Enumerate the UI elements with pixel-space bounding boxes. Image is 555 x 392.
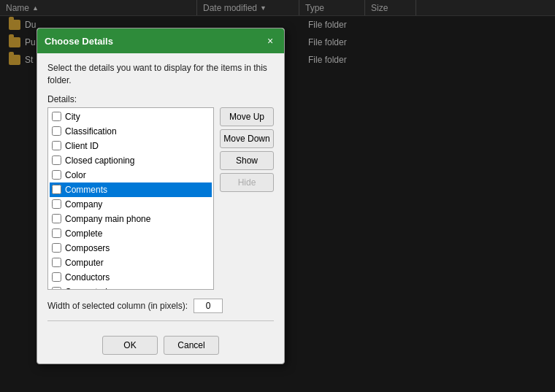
- list-item-checkbox[interactable]: [52, 185, 61, 194]
- ok-button[interactable]: OK: [102, 336, 158, 355]
- show-button[interactable]: Show: [220, 151, 274, 170]
- pixel-width-row: Width of selected column (in pixels):: [47, 299, 274, 313]
- list-item[interactable]: Connected: [50, 285, 212, 290]
- list-item[interactable]: Comments: [50, 182, 212, 197]
- list-item-checkbox[interactable]: [52, 199, 61, 209]
- dialog-title: Choose Details: [45, 36, 113, 47]
- list-item-label: Computer: [65, 258, 104, 268]
- list-item-label: Classification: [65, 126, 117, 137]
- list-item-label: City: [65, 112, 80, 122]
- list-item[interactable]: Company main phone: [50, 212, 212, 226]
- list-item-label: Conductors: [65, 272, 110, 283]
- list-item-label: Client ID: [65, 141, 99, 151]
- list-item[interactable]: City: [50, 109, 212, 124]
- list-item-checkbox[interactable]: [52, 214, 61, 223]
- details-section-label: Details:: [47, 94, 274, 104]
- list-item-label: Connected: [65, 287, 107, 290]
- list-item[interactable]: Company: [50, 197, 212, 212]
- dialog-footer: OK Cancel: [37, 336, 284, 364]
- pixel-label: Width of selected column (in pixels):: [47, 301, 188, 311]
- list-item-label: Closed captioning: [65, 155, 134, 166]
- list-item-checkbox[interactable]: [52, 228, 61, 238]
- list-item-checkbox[interactable]: [52, 155, 61, 165]
- dialog-content-row: CityClassificationClient IDClosed captio…: [47, 107, 274, 290]
- dialog-description: Select the details you want to display f…: [47, 62, 274, 87]
- list-item-label: Company main phone: [65, 214, 150, 224]
- list-item-label: Color: [65, 170, 86, 180]
- close-button[interactable]: ×: [264, 34, 277, 47]
- cancel-button[interactable]: Cancel: [164, 336, 219, 355]
- list-item[interactable]: Color: [50, 168, 212, 182]
- list-item[interactable]: Classification: [50, 124, 212, 139]
- list-item-checkbox[interactable]: [52, 272, 61, 282]
- list-item-checkbox[interactable]: [52, 258, 61, 267]
- list-item-checkbox[interactable]: [52, 141, 61, 150]
- list-item-checkbox[interactable]: [52, 287, 61, 290]
- dialog-body: Select the details you want to display f…: [37, 53, 284, 336]
- list-item-checkbox[interactable]: [52, 170, 61, 180]
- list-item-label: Company: [65, 199, 102, 210]
- choose-details-dialog: Choose Details × Select the details you …: [37, 28, 285, 364]
- list-item[interactable]: Closed captioning: [50, 153, 212, 168]
- list-item-checkbox[interactable]: [52, 126, 61, 136]
- list-item[interactable]: Composers: [50, 241, 212, 255]
- pixel-width-input[interactable]: [194, 299, 223, 313]
- dialog-titlebar: Choose Details ×: [37, 28, 284, 53]
- list-item-label: Comments: [65, 185, 107, 195]
- list-item-checkbox[interactable]: [52, 112, 61, 121]
- move-up-button[interactable]: Move Up: [220, 107, 274, 126]
- action-buttons-column: Move Up Move Down Show Hide: [220, 107, 274, 290]
- list-item[interactable]: Computer: [50, 255, 212, 270]
- list-item[interactable]: Conductors: [50, 270, 212, 285]
- move-down-button[interactable]: Move Down: [220, 129, 274, 148]
- list-item[interactable]: Complete: [50, 226, 212, 241]
- list-item-checkbox[interactable]: [52, 243, 61, 253]
- hide-button[interactable]: Hide: [220, 173, 274, 192]
- list-item[interactable]: Client ID: [50, 139, 212, 153]
- list-item-label: Complete: [65, 228, 102, 239]
- list-item-label: Composers: [65, 243, 110, 253]
- dialog-divider: [47, 320, 274, 321]
- details-listbox[interactable]: CityClassificationClient IDClosed captio…: [47, 107, 214, 290]
